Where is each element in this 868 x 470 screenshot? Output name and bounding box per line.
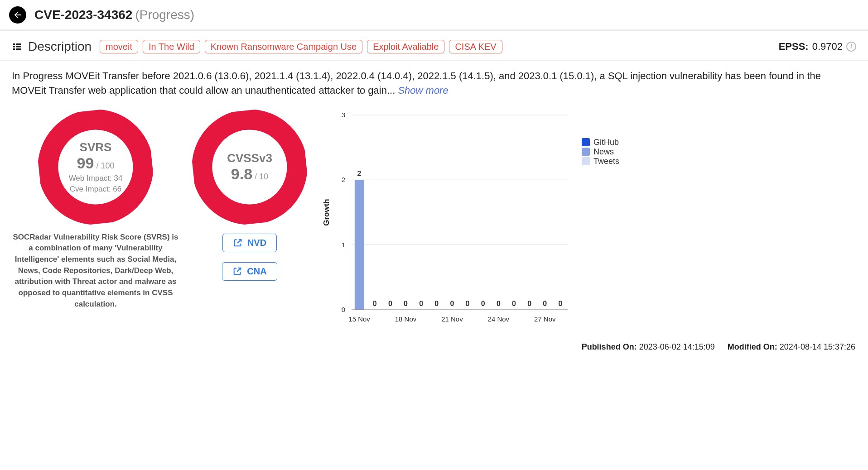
epss-value: 0.9702 — [812, 41, 843, 53]
footer-dates: Published On: 2023-06-02 14:15:09 Modifi… — [0, 337, 868, 357]
svrs-gauge: SVRS 99 / 100 Web Impact: 34 Cve Impact:… — [39, 110, 152, 224]
legend-label: News — [593, 147, 614, 157]
epss-block: EPSS: 0.9702 i — [779, 41, 856, 53]
svrs-column: SVRS 99 / 100 Web Impact: 34 Cve Impact:… — [12, 110, 179, 310]
modified-value: 2024-08-14 15:37:26 — [780, 342, 855, 351]
cvss-title: CVSSv3 — [227, 151, 272, 165]
nvd-link[interactable]: NVD — [222, 234, 277, 252]
legend-swatch — [582, 157, 590, 165]
svg-text:0: 0 — [527, 300, 531, 307]
show-more-link[interactable]: Show more — [398, 85, 448, 96]
legend-label: Tweets — [593, 157, 619, 166]
svg-text:2: 2 — [357, 170, 362, 177]
tag[interactable]: CISA KEV — [449, 40, 502, 53]
svg-rect-0 — [13, 43, 15, 45]
modified-label: Modified On: — [728, 342, 777, 351]
tag[interactable]: Known Ransomware Campaign Use — [205, 40, 362, 53]
legend-label: GitHub — [593, 138, 619, 147]
svg-rect-2 — [13, 46, 15, 48]
cvss-score: 9.8 — [231, 165, 252, 182]
legend-swatch — [582, 138, 590, 146]
svrs-title: SVRS — [80, 140, 112, 154]
epss-label: EPSS: — [779, 41, 809, 53]
svg-text:0: 0 — [543, 300, 547, 307]
svg-text:0: 0 — [466, 300, 470, 307]
tag[interactable]: moveit — [100, 40, 138, 53]
svg-text:18 Nov: 18 Nov — [395, 315, 417, 323]
external-link-icon — [233, 238, 243, 248]
tag[interactable]: In The Wild — [143, 40, 200, 53]
svg-text:0: 0 — [497, 300, 501, 307]
cvss-max: / 10 — [252, 172, 268, 181]
svg-text:0: 0 — [512, 300, 516, 307]
chart-legend: GitHubNewsTweets — [582, 138, 619, 166]
cve-vendor: (Progress) — [135, 8, 194, 22]
description-label: Description — [28, 39, 92, 54]
chart-canvas: 01232000000000000015 Nov18 Nov21 Nov24 N… — [320, 110, 574, 328]
svg-rect-1 — [16, 43, 21, 45]
svg-text:0: 0 — [419, 300, 423, 307]
svg-text:21 Nov: 21 Nov — [441, 315, 463, 323]
cvss-gauge: CVSSv3 9.8 / 10 — [193, 110, 306, 224]
svg-text:Growth: Growth — [322, 199, 331, 226]
svrs-score: 99 — [77, 154, 94, 172]
legend-item[interactable]: Tweets — [582, 157, 619, 166]
svg-rect-3 — [16, 46, 21, 48]
list-icon — [12, 41, 23, 52]
svg-text:1: 1 — [342, 240, 345, 248]
svrs-description: SOCRadar Vulnerability Risk Score (SVRS)… — [12, 232, 179, 310]
main-row: SVRS 99 / 100 Web Impact: 34 Cve Impact:… — [0, 106, 868, 337]
svg-text:0: 0 — [373, 300, 377, 307]
svrs-web-impact: Web Impact: 34 — [69, 174, 123, 183]
cna-label: CNA — [247, 266, 266, 277]
svg-text:24 Nov: 24 Nov — [488, 315, 510, 323]
info-icon[interactable]: i — [846, 42, 856, 52]
svg-rect-4 — [13, 48, 15, 50]
description-bar: Description moveitIn The WildKnown Ranso… — [0, 31, 868, 61]
svg-text:27 Nov: 27 Nov — [534, 315, 556, 323]
arrow-left-icon — [13, 10, 23, 20]
published-value: 2023-06-02 14:15:09 — [639, 342, 715, 351]
svg-text:0: 0 — [558, 300, 562, 307]
external-link-icon — [232, 266, 242, 276]
svg-text:0: 0 — [481, 300, 485, 307]
published-label: Published On: — [582, 342, 637, 351]
growth-chart: 01232000000000000015 Nov18 Nov21 Nov24 N… — [320, 110, 856, 328]
legend-item[interactable]: News — [582, 147, 619, 157]
svg-text:2: 2 — [342, 176, 345, 183]
svrs-max: / 100 — [94, 161, 114, 170]
svg-text:0: 0 — [404, 300, 408, 307]
svg-text:0: 0 — [342, 306, 345, 313]
cvss-column: CVSSv3 9.8 / 10 NVD CNA — [193, 110, 306, 281]
svg-text:0: 0 — [388, 300, 392, 307]
svg-text:3: 3 — [342, 111, 345, 119]
svg-text:15 Nov: 15 Nov — [348, 315, 370, 323]
legend-item[interactable]: GitHub — [582, 138, 619, 147]
svrs-cve-impact: Cve Impact: 66 — [70, 185, 121, 194]
page-header: CVE-2023-34362 (Progress) — [0, 0, 868, 31]
cve-id: CVE-2023-34362 — [34, 8, 132, 22]
svg-rect-5 — [16, 48, 21, 50]
tag[interactable]: Exploit Avaliable — [367, 40, 444, 53]
legend-swatch — [582, 148, 590, 156]
back-button[interactable] — [9, 6, 26, 24]
svg-text:0: 0 — [450, 300, 454, 307]
cna-link[interactable]: CNA — [222, 262, 277, 281]
svg-rect-18 — [355, 180, 364, 310]
description-body: In Progress MOVEit Transfer before 2021.… — [0, 61, 868, 106]
nvd-label: NVD — [247, 238, 266, 248]
svg-text:0: 0 — [434, 300, 439, 307]
